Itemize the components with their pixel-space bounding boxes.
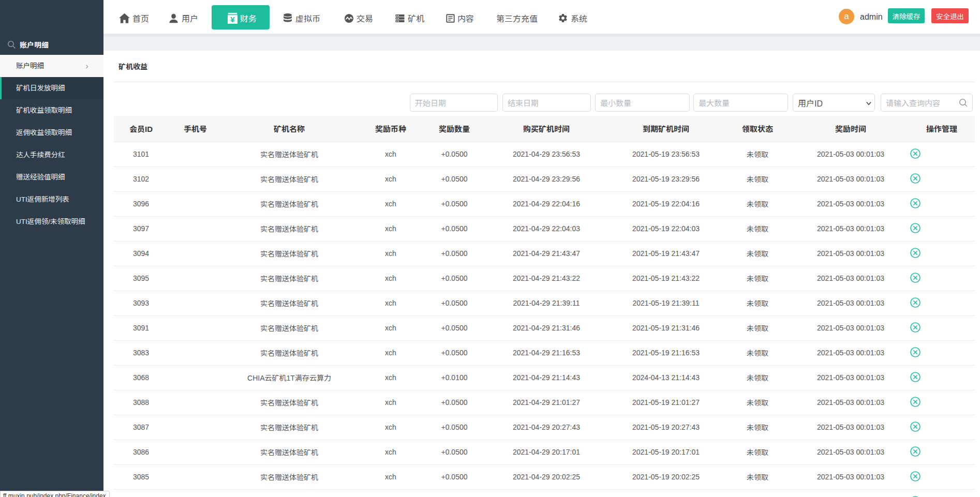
svg-text:¥: ¥ [230, 14, 235, 23]
